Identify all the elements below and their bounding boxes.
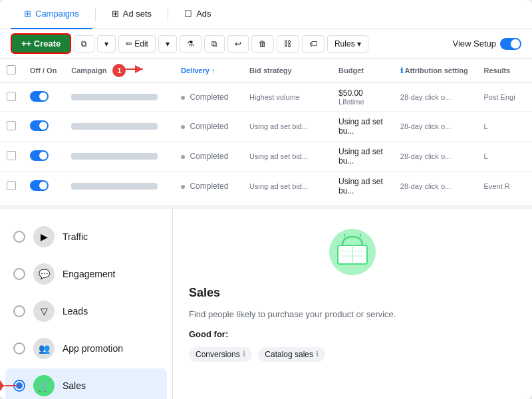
tag-button[interactable]: 🏷: [302, 35, 325, 53]
detail-tags: Conversions ℹ Catalog sales ℹ: [189, 347, 516, 362]
create-button[interactable]: + + Create: [11, 33, 71, 54]
row-attr-cell: 28-day click o...: [394, 172, 477, 201]
duplicate-dropdown-button[interactable]: ▾: [97, 35, 116, 53]
edit-dropdown-button[interactable]: ▾: [158, 35, 177, 53]
row-delivery-cell: Completed: [174, 83, 243, 112]
tab-campaigns-label: Campaigns: [35, 9, 79, 19]
traffic-radio[interactable]: [13, 231, 25, 243]
flask-button[interactable]: ⚗: [180, 35, 201, 53]
header-checkbox[interactable]: [7, 65, 16, 74]
delivery-status: Completed: [190, 92, 228, 102]
top-nav: ⊞ Campaigns ⊞ Ad sets ☐ Ads: [0, 0, 532, 29]
objective-sales[interactable]: 2 🛒 Sales: [5, 368, 167, 399]
row-results-cell: Post Engi: [477, 83, 533, 112]
campaigns-icon: ⊞: [24, 9, 31, 19]
row-results-cell: L: [477, 142, 533, 172]
objectives-list: ▶ Traffic 💬 Engagement ▽ Leads 👥 App pro…: [0, 209, 173, 399]
row-name-cell: [65, 172, 174, 201]
results-value: L: [484, 152, 488, 160]
tag-icon: 🏷: [309, 39, 317, 49]
trash-icon: 🗑: [259, 39, 267, 49]
undo-button[interactable]: ↩: [227, 35, 249, 53]
duplicate-button[interactable]: ⧉: [74, 35, 94, 53]
tab-ads[interactable]: ☐ Ads: [171, 0, 224, 29]
col-header-bid[interactable]: Bid strategy: [243, 59, 332, 83]
row-checkbox-cell: [0, 172, 23, 201]
conversions-tag-label: Conversions: [196, 350, 240, 359]
row-budget-cell: Using ad set bu...: [332, 172, 394, 201]
budget-value: Using ad set bu...: [338, 117, 387, 136]
chevron-down-icon: ▾: [104, 39, 108, 49]
row-checkbox[interactable]: [7, 121, 16, 130]
bid-value: Using ad set bid...: [249, 122, 308, 130]
objective-engagement[interactable]: 💬 Engagement: [5, 257, 167, 291]
annotation-badge-1: 1: [112, 64, 126, 77]
flask-icon: ⚗: [187, 39, 194, 49]
row-results-cell: L: [477, 112, 533, 142]
campaign-toggle[interactable]: [30, 91, 49, 102]
col-header-campaign[interactable]: Campaign 1: [65, 59, 174, 83]
row-delivery-cell: Completed: [174, 142, 243, 172]
col-header-attribution[interactable]: ℹ Attribution setting: [394, 59, 477, 83]
objective-traffic[interactable]: ▶ Traffic: [5, 219, 167, 254]
link-button[interactable]: ⛓: [277, 35, 299, 53]
tab-adsets[interactable]: ⊞ Ad sets: [98, 0, 165, 29]
row-checkbox[interactable]: [7, 151, 16, 160]
budget-value: Using ad set bu...: [338, 147, 387, 166]
copy-icon: ⧉: [211, 39, 217, 49]
col-header-offon: Off / On: [23, 59, 65, 83]
results-value: Event R: [484, 182, 510, 190]
sales-icon: 🛒: [33, 375, 55, 396]
col-header-results[interactable]: Results: [477, 59, 533, 83]
nav-divider-1: [95, 8, 96, 21]
view-setup: View Setup: [452, 38, 521, 50]
row-budget-cell: Using ad set bu...: [332, 112, 394, 142]
row-name-cell: [65, 83, 174, 112]
campaigns-table: Off / On Campaign 1: [0, 59, 532, 205]
row-budget-cell: $50.00 Lifetime: [332, 83, 394, 112]
row-checkbox[interactable]: [7, 181, 16, 190]
annotation-arrow-1: [124, 63, 151, 76]
catalog-info-icon[interactable]: ℹ: [316, 350, 319, 358]
budget-value: Using ad set bu...: [338, 177, 387, 196]
leads-label: Leads: [63, 306, 88, 317]
engagement-radio[interactable]: [13, 268, 25, 280]
plus-icon: +: [21, 39, 27, 49]
objective-leads[interactable]: ▽ Leads: [5, 294, 167, 329]
edit-button[interactable]: ✏ Edit: [118, 35, 156, 53]
bid-value: Using ad set bid...: [249, 182, 308, 190]
rules-button[interactable]: Rules ▾: [327, 35, 368, 53]
objective-app-promotion[interactable]: 👥 App promotion: [5, 331, 167, 366]
toolbar: + + Create ⧉ ▾ ✏ Edit ▾ ⚗ ⧉ ↩ 🗑 ⛓: [0, 29, 532, 59]
ads-icon: ☐: [184, 9, 192, 19]
table-row: Completed Using ad set bid... Using ad s…: [0, 172, 532, 201]
duplicate-icon: ⧉: [81, 39, 87, 49]
col-header-delivery[interactable]: Delivery ↑: [174, 59, 243, 83]
detail-panel: Sales Find people likely to purchase you…: [173, 209, 532, 399]
row-checkbox[interactable]: [7, 92, 16, 101]
campaign-toggle[interactable]: [30, 120, 49, 131]
app-label: App promotion: [63, 343, 123, 354]
sales-label: Sales: [63, 380, 86, 391]
attribution-label: ℹ Attribution setting: [400, 66, 468, 74]
leads-radio[interactable]: [13, 305, 25, 317]
copy-button[interactable]: ⧉: [204, 35, 225, 53]
view-setup-toggle[interactable]: [500, 38, 521, 50]
campaign-name-blur: [71, 183, 158, 190]
tag-catalog-sales: Catalog sales ℹ: [258, 347, 325, 362]
link-icon: ⛓: [284, 39, 292, 49]
row-bid-cell: Using ad set bid...: [243, 142, 332, 172]
campaign-toggle[interactable]: [30, 150, 49, 161]
tab-campaigns[interactable]: ⊞ Campaigns: [11, 0, 92, 29]
app-radio[interactable]: [13, 342, 25, 354]
conversions-info-icon[interactable]: ℹ: [243, 350, 245, 358]
app-icon: 👥: [33, 338, 55, 359]
col-header-check: [0, 59, 23, 83]
leads-icon: ▽: [33, 301, 55, 322]
tab-adsets-label: Ad sets: [123, 9, 152, 19]
delete-button[interactable]: 🗑: [251, 35, 274, 53]
campaign-toggle[interactable]: [30, 180, 49, 191]
campaign-name-blur: [71, 153, 158, 160]
col-header-budget[interactable]: Budget: [332, 59, 394, 83]
delivery-label: Delivery ↑: [181, 66, 215, 74]
